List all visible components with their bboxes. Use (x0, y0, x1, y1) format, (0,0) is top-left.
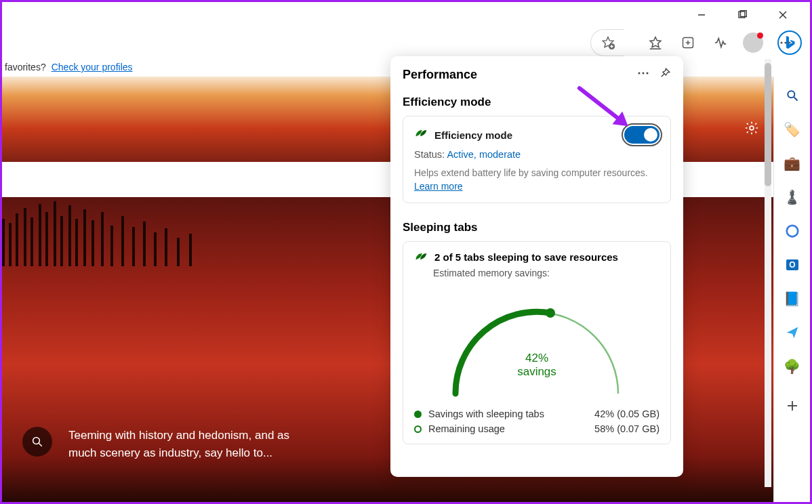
performance-panel: Performance Efficiency mode Efficiency m… (390, 56, 683, 477)
learn-more-link[interactable]: Learn more (414, 181, 463, 192)
sidebar-tools-icon[interactable]: 💼 (781, 152, 803, 174)
collections-icon[interactable] (674, 29, 702, 56)
sidebar-outlook-icon[interactable]: O (781, 254, 803, 276)
page-scrollbar[interactable] (765, 59, 771, 487)
maximize-button[interactable] (729, 5, 756, 25)
svg-point-28 (546, 308, 555, 318)
legend-dot-savings (414, 411, 422, 418)
svg-point-26 (643, 72, 645, 75)
legend-dot-remaining (414, 425, 422, 433)
svg-text:O: O (789, 260, 795, 270)
svg-point-16 (33, 438, 40, 444)
sleeping-headline: 2 of 5 tabs sleeping to save resources (434, 251, 618, 263)
svg-point-25 (638, 72, 641, 75)
edge-sidebar: 🏷️ 💼 ♟️ O 📘 🌳 (773, 77, 810, 502)
sleeping-card: 2 of 5 tabs sleeping to save resources E… (403, 241, 671, 444)
svg-point-27 (647, 72, 649, 75)
profile-avatar[interactable] (739, 29, 767, 56)
sidebar-tree-icon[interactable]: 🌳 (781, 356, 803, 377)
performance-icon[interactable] (707, 29, 734, 56)
caption-search-icon[interactable] (22, 427, 52, 457)
minimize-button[interactable] (688, 5, 715, 25)
sidebar-shopping-icon[interactable]: 🏷️ (781, 119, 803, 140)
svg-line-19 (794, 98, 797, 101)
close-button[interactable] (769, 5, 796, 25)
window-titlebar (2, 2, 810, 28)
pin-icon[interactable] (659, 67, 671, 82)
sleeping-subline: Estimated memory savings: (433, 268, 659, 278)
savings-gauge: 42% savings (414, 292, 659, 402)
panel-title: Performance (403, 68, 477, 82)
efficiency-toggle[interactable] (624, 126, 659, 144)
sleeping-section-title: Sleeping tabs (403, 221, 671, 234)
sidebar-drop-icon[interactable]: 📘 (781, 288, 803, 310)
svg-point-20 (786, 226, 798, 237)
efficiency-label: Efficiency mode (434, 129, 512, 141)
panel-more-icon[interactable] (637, 67, 649, 82)
page-settings-icon[interactable] (741, 117, 763, 139)
sidebar-add-icon[interactable] (781, 395, 803, 417)
leaf-icon (414, 128, 428, 142)
browser-toolbar (2, 28, 810, 58)
efficiency-status: Status: Active, moderate (414, 149, 659, 160)
gauge-legend: Savings with sleeping tabs 42% (0.05 GB)… (414, 408, 659, 434)
image-caption: Teeming with history and hedonism, and a… (22, 427, 299, 461)
bing-icon[interactable] (777, 30, 802, 55)
sidebar-games-icon[interactable]: ♟️ (781, 186, 803, 208)
check-profiles-link[interactable]: Check your profiles (52, 62, 133, 72)
svg-line-17 (39, 443, 42, 446)
caption-text: Teeming with history and hedonism, and a… (68, 427, 299, 461)
svg-point-18 (788, 91, 794, 98)
efficiency-help: Helps extend battery life by saving comp… (414, 167, 659, 193)
sidebar-search-icon[interactable] (781, 85, 803, 106)
add-favorite-button[interactable] (590, 29, 624, 56)
gauge-value: 42% savings (414, 352, 659, 379)
svg-point-15 (750, 126, 754, 130)
favorites-prompt: favorites? (5, 62, 46, 72)
leaf-icon (414, 251, 428, 265)
sidebar-send-icon[interactable] (781, 322, 803, 343)
efficiency-section-title: Efficiency mode (403, 96, 671, 109)
efficiency-card: Efficiency mode Status: Active, moderate… (403, 116, 671, 203)
sidebar-office-icon[interactable] (781, 220, 803, 242)
favorites-icon[interactable] (642, 29, 669, 56)
